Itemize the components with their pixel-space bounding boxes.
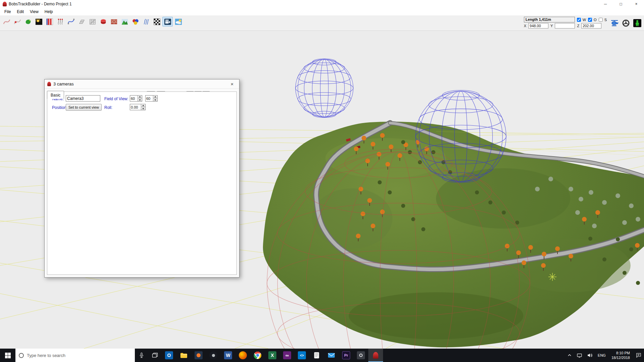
weather-icon[interactable] <box>173 17 183 26</box>
search-icon <box>19 353 24 358</box>
tab-page-basic: Name: Field of View: Position: Set to cu… <box>47 92 237 275</box>
fov1-down-icon[interactable] <box>138 98 142 101</box>
coord-x-label: X <box>524 24 526 28</box>
objects-icon[interactable] <box>130 17 141 26</box>
grid-icon[interactable] <box>87 17 98 26</box>
fov-input-1[interactable] <box>130 96 138 101</box>
menu-edit[interactable]: Edit <box>14 8 27 15</box>
cameras-icon[interactable] <box>162 17 173 26</box>
cross-section-icon[interactable] <box>76 17 87 26</box>
fov-input-2[interactable] <box>146 96 153 101</box>
track-spline-icon[interactable] <box>1 17 12 26</box>
taskbar-app-bobs-track-builder[interactable] <box>368 349 383 362</box>
viewport[interactable]: 3 cameras × Basic Movement Activation Ad… <box>0 31 644 349</box>
window-titlebar[interactable]: BobsTrackBuilder - Demo Project 1 ─ □ × <box>0 0 644 8</box>
microphone-icon[interactable] <box>135 349 148 362</box>
taskbar-search[interactable] <box>15 349 135 362</box>
coord-y-label: Y <box>550 24 553 28</box>
taskbar-app-blender[interactable] <box>191 349 206 362</box>
window-title: BobsTrackBuilder - Demo Project 1 <box>9 2 598 6</box>
fov2-down-icon[interactable] <box>153 98 157 101</box>
taskbar-app-excel[interactable]: X <box>265 349 280 362</box>
hidden-icons-chevron[interactable] <box>565 349 574 362</box>
tab-basic[interactable]: Basic <box>47 91 64 99</box>
taskbar-app-notes[interactable] <box>309 349 324 362</box>
cameras-dialog: 3 cameras × Basic Movement Activation Ad… <box>44 79 239 278</box>
taskbar-app-word[interactable]: W <box>221 349 235 362</box>
camera-name-input[interactable] <box>66 95 100 102</box>
coord-z-label: Z <box>577 24 579 28</box>
coord-x-input[interactable] <box>528 23 548 28</box>
terrain-mountains-icon[interactable] <box>119 17 130 26</box>
tray-date: 18/12/2018 <box>611 355 630 360</box>
materials-icon[interactable] <box>44 17 55 26</box>
position-label: Position: <box>52 105 67 110</box>
menu-view[interactable]: View <box>27 8 42 15</box>
desktop: BobsTrackBuilder - Demo Project 1 ─ □ × … <box>0 0 644 362</box>
roll-label: Roll: <box>104 105 112 110</box>
start-button[interactable] <box>0 349 15 362</box>
taskbar-clock[interactable]: 8:10 PM 18/12/2018 <box>608 349 633 362</box>
taskbar-app-visual-studio[interactable]: ∞ <box>280 349 294 362</box>
dialog-close-button[interactable]: × <box>226 80 238 88</box>
string-objects-icon[interactable] <box>55 17 65 26</box>
taskbar-app-game[interactable] <box>354 349 368 362</box>
taskbar-app-premiere[interactable]: Pr <box>339 349 354 362</box>
roll-up-icon[interactable] <box>141 104 145 107</box>
taskbar-app-file-explorer[interactable] <box>176 349 191 362</box>
helicopter-view-icon[interactable] <box>609 18 620 28</box>
taskbar-app-outlook[interactable]: O <box>162 349 176 362</box>
language-indicator[interactable]: ENG <box>595 349 608 362</box>
taskbar-app-steam[interactable] <box>206 349 221 362</box>
flag-w-checkbox[interactable] <box>577 18 581 22</box>
taskbar-app-chrome[interactable] <box>250 349 265 362</box>
wires-icon[interactable] <box>141 17 151 26</box>
fov-spinner-2 <box>145 95 158 102</box>
menu-file[interactable]: File <box>1 8 14 15</box>
menu-bar: File Edit View Help <box>0 8 644 15</box>
lighting-icon[interactable] <box>34 17 44 26</box>
roll-input[interactable] <box>130 104 141 110</box>
coord-y-input[interactable] <box>555 23 575 28</box>
taskbar-app-mail[interactable] <box>324 349 339 362</box>
btb-icon <box>373 352 378 359</box>
taskbar-app-firefox[interactable] <box>235 349 250 362</box>
set-to-current-view-button[interactable]: Set to current view <box>66 104 102 111</box>
terrain-region-icon[interactable] <box>23 17 33 26</box>
roll-down-icon[interactable] <box>141 107 145 110</box>
roll-spinner <box>130 104 146 110</box>
fov1-up-icon[interactable] <box>138 96 142 98</box>
dialog-titlebar[interactable]: 3 cameras × <box>45 79 239 89</box>
dialog-icon <box>47 82 51 86</box>
fov2-up-icon[interactable] <box>153 96 157 98</box>
track-edit-icon[interactable] <box>12 17 22 26</box>
fov-label: Field of View: <box>104 97 128 101</box>
close-button[interactable]: × <box>629 0 644 8</box>
flag-w[interactable]: W <box>577 18 586 22</box>
menu-help[interactable]: Help <box>42 8 56 15</box>
object-red-icon[interactable] <box>98 17 108 26</box>
xpacker-icon[interactable] <box>632 18 642 28</box>
coord-z-input[interactable] <box>581 23 601 28</box>
drive-mode-icon[interactable] <box>621 18 631 28</box>
windows-logo-icon <box>5 353 11 358</box>
minimize-button[interactable]: ─ <box>598 0 613 8</box>
search-input[interactable] <box>27 353 131 358</box>
action-center-icon[interactable] <box>633 349 644 362</box>
spline-icon[interactable] <box>66 17 76 26</box>
app-icon <box>3 2 7 6</box>
flag-o[interactable]: O <box>588 18 597 22</box>
walls-icon[interactable] <box>109 17 119 26</box>
flag-s[interactable]: S <box>599 18 607 22</box>
volume-icon[interactable] <box>585 349 595 362</box>
flag-o-checkbox[interactable] <box>588 18 592 22</box>
taskbar-app-vs-code[interactable]: <> <box>294 349 309 362</box>
checkered-flag-icon[interactable] <box>152 17 162 26</box>
flag-s-checkbox[interactable] <box>599 18 603 22</box>
task-view-icon[interactable] <box>148 349 162 362</box>
track-length-field: Length 1,411m <box>524 17 575 22</box>
dialog-title: 3 cameras <box>53 81 226 86</box>
maximize-button[interactable]: □ <box>613 0 629 8</box>
display-tray-icon[interactable] <box>574 349 585 362</box>
taskbar: O W X ∞ <> Pr ENG 8:10 PM 18/12/2018 <box>0 349 644 362</box>
